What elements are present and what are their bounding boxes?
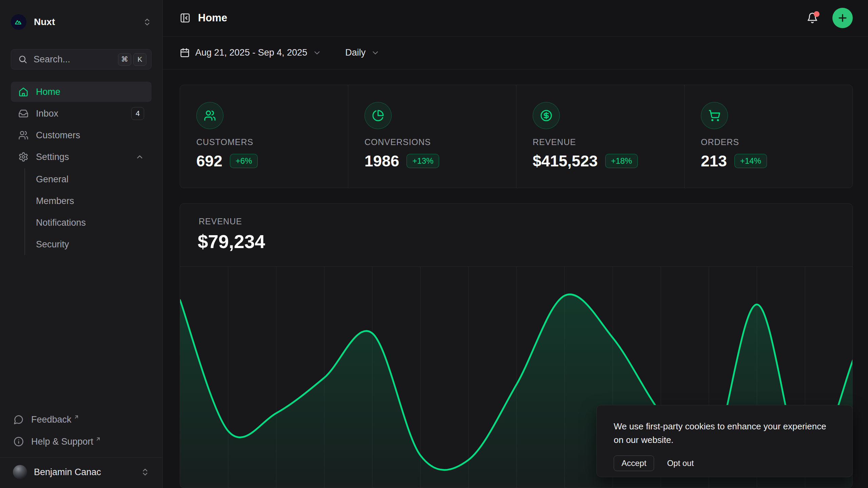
- sidebar-item-label: Help & Support: [31, 436, 93, 447]
- page-title: Home: [198, 12, 227, 24]
- filter-toolbar: Aug 21, 2025 - Sep 4, 2025 Daily: [163, 37, 868, 70]
- sidebar-item-customers[interactable]: Customers: [11, 125, 152, 145]
- user-name: Benjamin Canac: [34, 467, 101, 477]
- revenue-chart-value: $79,234: [198, 231, 265, 252]
- cookie-message: We use first-party cookies to enhance yo…: [614, 420, 835, 447]
- stat-value: $415,523: [533, 152, 598, 170]
- stat-customers: CUSTOMERS 692 +6%: [180, 85, 348, 188]
- stat-value: 692: [196, 152, 222, 170]
- sidebar-item-inbox[interactable]: Inbox 4: [11, 103, 152, 124]
- users-icon: [196, 102, 223, 129]
- stat-revenue: REVENUE $415,523 +18%: [516, 85, 684, 188]
- avatar: [13, 465, 27, 479]
- sidebar-item-security[interactable]: Security: [36, 233, 152, 255]
- stat-value: 213: [701, 152, 727, 170]
- collapse-sidebar-icon[interactable]: [180, 13, 191, 23]
- stat-label: ORDERS: [701, 137, 852, 147]
- sidebar-item-general[interactable]: General: [36, 168, 152, 190]
- chevron-down-icon: [371, 48, 380, 57]
- cookie-accept-button[interactable]: Accept: [614, 455, 654, 471]
- cookie-actions: Accept Opt out: [614, 455, 835, 471]
- users-icon: [18, 130, 28, 140]
- sidebar-item-notifications[interactable]: Notifications: [36, 212, 152, 233]
- search-icon: [18, 55, 27, 64]
- chevron-down-icon: [313, 48, 321, 57]
- external-link-arrow-icon: [95, 436, 101, 442]
- stat-value: 1986: [364, 152, 399, 170]
- period-select[interactable]: Daily: [345, 47, 380, 58]
- brand-row[interactable]: Nuxt: [11, 14, 152, 30]
- stat-label: CONVERSIONS: [364, 137, 516, 147]
- stat-delta-badge: +18%: [605, 154, 638, 168]
- user-menu[interactable]: Benjamin Canac: [11, 461, 152, 483]
- chevrons-up-down-icon[interactable]: [143, 18, 152, 26]
- topbar-left: Home: [180, 12, 227, 24]
- date-range-picker[interactable]: Aug 21, 2025 - Sep 4, 2025: [180, 47, 321, 58]
- sidebar-item-label: Settings: [36, 152, 69, 162]
- notifications-button[interactable]: [807, 12, 818, 24]
- stat-orders: ORDERS 213 +14%: [684, 85, 852, 188]
- gear-icon: [18, 152, 28, 162]
- calendar-icon: [180, 48, 190, 58]
- brand-name: Nuxt: [34, 17, 55, 27]
- chart-pie-icon: [364, 102, 392, 129]
- sidebar-footer: Feedback Help & Support: [11, 409, 152, 452]
- stat-delta-badge: +14%: [734, 154, 767, 168]
- kbd-cmd: ⌘: [118, 53, 131, 66]
- sidebar-item-label: Inbox: [36, 108, 58, 119]
- sidebar-nav: Home Inbox 4 C: [11, 82, 152, 255]
- plus-icon: [837, 12, 848, 24]
- home-icon: [18, 87, 28, 97]
- sidebar-item-feedback[interactable]: Feedback: [11, 409, 152, 430]
- chevron-up-icon: [135, 152, 144, 161]
- stat-label: REVENUE: [533, 137, 684, 147]
- settings-submenu: General Members Notifications Security: [24, 168, 152, 255]
- nuxt-logo-icon: [11, 14, 26, 30]
- add-button[interactable]: [832, 8, 853, 28]
- sidebar: Nuxt Search... ⌘ K: [0, 0, 163, 488]
- period-value: Daily: [345, 47, 366, 58]
- sidebar-item-label: Customers: [36, 130, 80, 141]
- dollar-circle-icon: [533, 102, 560, 129]
- cookie-optout-button[interactable]: Opt out: [667, 459, 694, 468]
- chevrons-up-down-icon: [141, 468, 150, 476]
- external-link-arrow-icon: [74, 414, 79, 420]
- kbd-k: K: [133, 53, 146, 66]
- sidebar-item-label: Home: [36, 87, 60, 97]
- cookie-banner: We use first-party cookies to enhance yo…: [596, 405, 853, 477]
- notification-dot: [814, 11, 820, 17]
- stat-delta-badge: +6%: [230, 154, 258, 168]
- inbox-count-badge: 4: [131, 107, 144, 120]
- app-root: Nuxt Search... ⌘ K: [0, 0, 868, 488]
- info-circle-icon: [14, 436, 24, 447]
- sidebar-item-members[interactable]: Members: [36, 190, 152, 212]
- inbox-icon: [18, 108, 28, 119]
- topbar-right: [807, 8, 853, 28]
- shopping-cart-icon: [701, 102, 728, 129]
- stat-delta-badge: +13%: [407, 154, 439, 168]
- search-shortcut: ⌘ K: [118, 53, 146, 66]
- sidebar-item-help-support[interactable]: Help & Support: [11, 431, 152, 452]
- sidebar-divider: [0, 457, 162, 458]
- message-bubble-icon: [14, 414, 24, 425]
- sidebar-item-settings[interactable]: Settings: [11, 147, 152, 167]
- stat-conversions: CONVERSIONS 1986 +13%: [348, 85, 516, 188]
- date-range-value: Aug 21, 2025 - Sep 4, 2025: [195, 47, 307, 58]
- revenue-chart-label: REVENUE: [199, 217, 242, 226]
- sidebar-item-home[interactable]: Home: [11, 82, 152, 102]
- main-area: Home: [163, 0, 868, 488]
- topbar: Home: [163, 0, 868, 37]
- sidebar-item-label: Feedback: [31, 414, 72, 425]
- stats-card: CUSTOMERS 692 +6% CONVERSIONS 1986: [180, 85, 853, 188]
- stat-label: CUSTOMERS: [196, 137, 348, 147]
- search-placeholder: Search...: [34, 54, 70, 65]
- search-input[interactable]: Search... ⌘ K: [11, 49, 152, 69]
